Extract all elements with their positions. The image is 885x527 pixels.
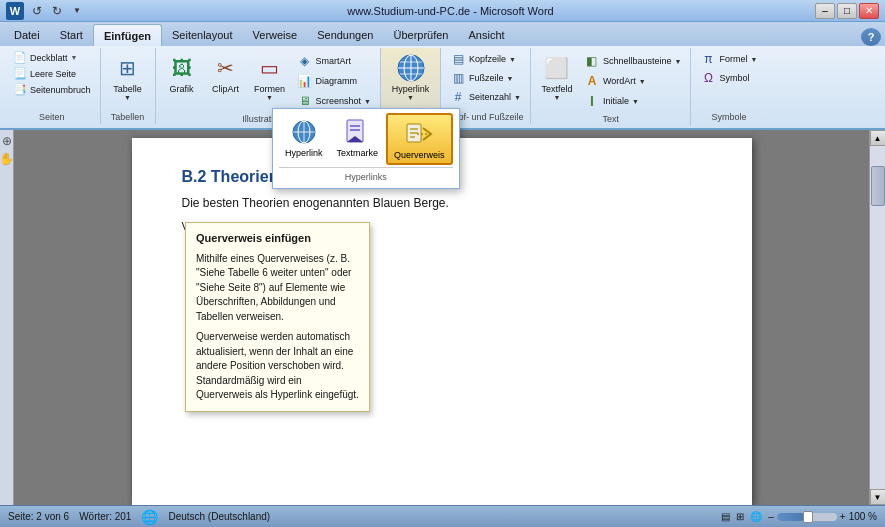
diagram-icon: 📊 bbox=[297, 73, 313, 89]
scroll-track[interactable] bbox=[870, 146, 886, 489]
tab-datei[interactable]: Datei bbox=[4, 24, 50, 46]
formel-icon: π bbox=[700, 51, 716, 67]
view-normal[interactable]: ▤ bbox=[721, 511, 730, 522]
quick-access-dropdown[interactable]: ▼ bbox=[68, 3, 86, 19]
zoom-control[interactable]: – + 100 % bbox=[768, 511, 877, 522]
header-icon: ▤ bbox=[450, 51, 466, 67]
zoom-slider[interactable] bbox=[777, 513, 837, 521]
ribbon-group-seiten: 📄 Deckblatt ▼ 📃 Leere Seite 📑 Seitenumbr… bbox=[4, 48, 101, 124]
view-web[interactable]: 🌐 bbox=[750, 511, 762, 522]
textfeld-icon: ⬜ bbox=[541, 52, 573, 84]
word-icon: W bbox=[6, 2, 24, 20]
smartart-icon: ◈ bbox=[297, 53, 313, 69]
scroll-thumb[interactable] bbox=[871, 166, 885, 206]
clipart-button[interactable]: ✂ ClipArt bbox=[206, 50, 246, 96]
word-count: Wörter: 201 bbox=[79, 511, 131, 522]
dropdown-hyperlink-icon bbox=[288, 116, 320, 148]
zoom-out-button[interactable]: – bbox=[768, 511, 774, 522]
diagramm-button[interactable]: 📊 Diagramm bbox=[294, 72, 374, 90]
formen-button[interactable]: ▭ Formen ▼ bbox=[250, 50, 290, 103]
fusszeile-button[interactable]: ▥ Fußzeile ▼ bbox=[447, 69, 516, 87]
tab-einfuegen[interactable]: Einfügen bbox=[93, 24, 162, 46]
zoom-in-ruler[interactable]: ⊕ bbox=[0, 134, 14, 148]
tooltip-title: Querverweis einfügen bbox=[196, 231, 359, 247]
dropdown-textmarke-icon bbox=[341, 116, 373, 148]
tabellen-group-label: Tabellen bbox=[101, 112, 155, 122]
maximize-button[interactable]: □ bbox=[837, 3, 857, 19]
window-title: www.Studium-und-PC.de - Microsoft Word bbox=[86, 5, 815, 17]
wordart-icon: A bbox=[584, 73, 600, 89]
dropdown-textmarke[interactable]: Textmarke bbox=[331, 113, 385, 165]
redo-button[interactable]: ↻ bbox=[48, 3, 66, 19]
scroll-down-button[interactable]: ▼ bbox=[870, 489, 886, 505]
schnellbausteine-icon: ◧ bbox=[584, 53, 600, 69]
dropdown-querverweis[interactable]: Querverweis bbox=[386, 113, 453, 165]
textfeld-button[interactable]: ⬜ Textfeld ▼ bbox=[537, 50, 577, 103]
formel-button[interactable]: π Formel ▼ bbox=[697, 50, 760, 68]
shapes-icon: ▭ bbox=[254, 52, 286, 84]
table-icon: ⊞ bbox=[112, 52, 144, 84]
screenshot-icon: 🖥 bbox=[297, 93, 313, 109]
seiten-group-label: Seiten bbox=[4, 112, 100, 122]
hyperlinks-icon bbox=[395, 52, 427, 84]
footer-icon: ▥ bbox=[450, 70, 466, 86]
hyperlinks-button[interactable]: Hyperlink ▼ bbox=[388, 50, 434, 103]
deckblatt-button[interactable]: 📄 Deckblatt ▼ bbox=[10, 50, 80, 65]
zoom-in-button[interactable]: + bbox=[840, 511, 846, 522]
left-ruler: ⊕ ✋ bbox=[0, 130, 14, 505]
doc-text-1: Die besten Theorien enogenannten Blauen … bbox=[182, 194, 702, 212]
status-left: Seite: 2 von 6 Wörter: 201 🌐 Deutsch (De… bbox=[8, 509, 270, 525]
help-button[interactable]: ? bbox=[861, 28, 881, 46]
tooltip-para2: Querverweise werden automatisch aktualis… bbox=[196, 330, 359, 403]
tab-seitenlayout[interactable]: Seitenlayout bbox=[162, 24, 243, 46]
smartart-button[interactable]: ◈ SmartArt bbox=[294, 52, 374, 70]
ribbon-group-symbole: π Formel ▼ Ω Symbol Symbole bbox=[691, 48, 766, 124]
tab-verweise[interactable]: Verweise bbox=[243, 24, 308, 46]
scroll-up-button[interactable]: ▲ bbox=[870, 130, 886, 146]
symbol-icon: Ω bbox=[700, 70, 716, 86]
window-controls: – □ ✕ bbox=[815, 3, 879, 19]
dropdown-querverweis-icon bbox=[403, 118, 435, 150]
tabelle-button[interactable]: ⊞ Tabelle ▼ bbox=[108, 50, 148, 103]
leere-seite-button[interactable]: 📃 Leere Seite bbox=[10, 66, 79, 81]
grafik-button[interactable]: 🖼 Grafik bbox=[162, 50, 202, 96]
minimize-button[interactable]: – bbox=[815, 3, 835, 19]
language-flag: 🌐 bbox=[141, 509, 158, 525]
tab-ansicht[interactable]: Ansicht bbox=[459, 24, 515, 46]
page-indicator: Seite: 2 von 6 bbox=[8, 511, 69, 522]
dropdown-hyperlink[interactable]: Hyperlink bbox=[279, 113, 329, 165]
tab-ueberpruefen[interactable]: Überprüfen bbox=[383, 24, 458, 46]
kopfzeile-button[interactable]: ▤ Kopfzeile ▼ bbox=[447, 50, 519, 68]
seitenzahl-button[interactable]: # Seitenzahl ▼ bbox=[447, 88, 524, 106]
hyperlinks-dropdown-label: Hyperlinks bbox=[279, 167, 453, 184]
ribbon-tabs: Datei Start Einfügen Seitenlayout Verwei… bbox=[0, 22, 885, 46]
initiale-icon: I bbox=[584, 93, 600, 109]
ribbon-group-text: ⬜ Textfeld ▼ ◧ Schnellbausteine ▼ A Word… bbox=[531, 48, 692, 126]
undo-button[interactable]: ↺ bbox=[28, 3, 46, 19]
hand-tool[interactable]: ✋ bbox=[0, 152, 14, 166]
schnellbausteine-button[interactable]: ◧ Schnellbausteine ▼ bbox=[581, 52, 685, 70]
close-button[interactable]: ✕ bbox=[859, 3, 879, 19]
symbol-button[interactable]: Ω Symbol bbox=[697, 69, 752, 87]
tab-start[interactable]: Start bbox=[50, 24, 93, 46]
title-bar-left: W ↺ ↻ ▼ bbox=[6, 2, 86, 20]
seitenumbruch-button[interactable]: 📑 Seitenumbruch bbox=[10, 82, 94, 97]
quick-access-toolbar: ↺ ↻ ▼ bbox=[28, 3, 86, 19]
ribbon-group-tabellen: ⊞ Tabelle ▼ Tabellen bbox=[101, 48, 156, 124]
status-bar: Seite: 2 von 6 Wörter: 201 🌐 Deutsch (De… bbox=[0, 505, 885, 527]
vertical-scrollbar: ▲ ▼ bbox=[869, 130, 885, 505]
text-group-label: Text bbox=[531, 114, 691, 124]
wordart-button[interactable]: A WordArt ▼ bbox=[581, 72, 685, 90]
clipart-icon: ✂ bbox=[210, 52, 242, 84]
title-bar: W ↺ ↻ ▼ www.Studium-und-PC.de - Microsof… bbox=[0, 0, 885, 22]
pageno-icon: # bbox=[450, 89, 466, 105]
view-fullscreen[interactable]: ⊞ bbox=[736, 511, 744, 522]
zoom-level: 100 % bbox=[849, 511, 877, 522]
language-indicator: Deutsch (Deutschland) bbox=[168, 511, 270, 522]
status-right: ▤ ⊞ 🌐 – + 100 % bbox=[721, 511, 877, 522]
hyperlinks-dropdown: Hyperlink Textmarke bbox=[272, 108, 460, 189]
tab-sendungen[interactable]: Sendungen bbox=[307, 24, 383, 46]
tooltip-box: Querverweis einfügen Mithilfe eines Quer… bbox=[185, 222, 370, 412]
initiale-button[interactable]: I Initiale ▼ bbox=[581, 92, 685, 110]
symbole-group-label: Symbole bbox=[691, 112, 766, 122]
